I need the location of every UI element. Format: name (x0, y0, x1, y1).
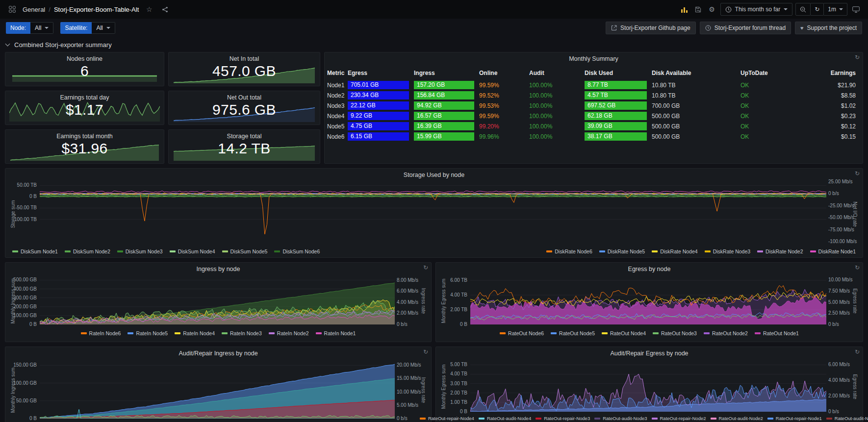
chart-canvas[interactable] (40, 362, 395, 419)
legend-item[interactable]: DiskSum Node1 (12, 248, 58, 254)
legend-item[interactable]: RateOut-audit-Node2 (711, 416, 763, 421)
favorite-star-icon[interactable]: ☆ (144, 4, 154, 15)
column-header[interactable]: Ingress (414, 70, 479, 76)
legend-item[interactable]: DiskRate Node2 (757, 248, 803, 254)
chevron-down-icon (5, 42, 10, 47)
legend-item[interactable]: DiskSum Node5 (222, 248, 268, 254)
cell-disk-used: 697.52 GB (585, 101, 652, 110)
legend-item[interactable]: RateOut Node5 (551, 330, 595, 336)
dashboard-title[interactable]: Storj-Exporter-Boom-Table-Alt (54, 6, 139, 13)
panel-title[interactable]: Ingress by node (20, 266, 416, 273)
panel-refresh-icon[interactable]: ↻ (423, 348, 428, 355)
column-header[interactable]: Disk Available (652, 70, 740, 76)
legend-item[interactable]: RateOut Node4 (602, 330, 646, 336)
panel-title[interactable]: Audit/Repair Egress by node (451, 350, 848, 357)
dashboards-grid-icon[interactable] (7, 4, 18, 15)
breadcrumb-folder[interactable]: General (23, 6, 45, 13)
panel-refresh-icon[interactable]: ↻ (423, 264, 428, 271)
panel-refresh-icon[interactable]: ↻ (855, 170, 860, 177)
legend-item[interactable]: RateOut-audit-Node3 (594, 416, 647, 421)
legend-item[interactable]: RateOut Node3 (653, 330, 697, 336)
cell-disk-used: 62.18 GB (585, 112, 652, 120)
legend-item[interactable]: DiskRate Node4 (652, 248, 697, 254)
legend-item[interactable]: RateOut Node1 (755, 330, 799, 336)
legend-item[interactable]: RateIn Node6 (81, 330, 121, 336)
audit-egress-chart[interactable]: 5.00 TB4.00 TB3.00 TB2.00 TB1.00 TB0 BMo… (440, 362, 859, 412)
legend-item[interactable]: RateIn Node4 (175, 330, 215, 336)
panel-title[interactable]: Nodes online (20, 55, 149, 62)
variable-node-value[interactable]: All (30, 22, 53, 34)
panel-title[interactable]: Net In total (183, 55, 305, 62)
legend-item[interactable]: RateOut-repair-Node3 (536, 416, 590, 421)
chart-canvas[interactable] (470, 362, 826, 412)
legend-item[interactable]: RateOut-repair-Node4 (420, 416, 474, 421)
legend-item[interactable]: DiskRate Node1 (810, 248, 856, 254)
panel-title[interactable]: Net Out total (183, 94, 305, 101)
chart-legend: DiskSum Node1DiskSum Node2DiskSum Node3D… (12, 248, 856, 254)
legend-swatch (269, 332, 275, 334)
panel-title[interactable]: Earnings total month (20, 133, 149, 140)
legend-item[interactable]: RateIn Node5 (128, 330, 168, 336)
panel-refresh-icon[interactable]: ↻ (855, 264, 860, 271)
refresh-interval-picker[interactable]: 1m (823, 3, 847, 16)
legend-item[interactable]: DiskSum Node6 (274, 248, 320, 254)
audit-ingress-chart[interactable]: 150.00 GB100.00 GB50.00 GB0 BMonthly Ing… (9, 362, 427, 419)
panel-refresh-icon[interactable]: ↻ (855, 348, 860, 355)
ingress-chart[interactable]: 500.00 GB400.00 GB300.00 GB200.00 GB100.… (9, 277, 427, 324)
column-header[interactable]: Metric (327, 70, 348, 76)
panel-title[interactable]: Storage Used by node (20, 172, 848, 178)
column-header[interactable]: UpToDate (740, 70, 807, 76)
legend-item[interactable]: RateIn Node3 (222, 330, 262, 336)
legend-item[interactable]: DiskSum Node2 (65, 248, 110, 254)
storage-used-chart[interactable]: 50.00 TB0 B-50.00 TB-100.00 TBStorage su… (9, 181, 859, 247)
kiosk-monitor-icon[interactable] (850, 4, 861, 15)
settings-gear-icon[interactable]: ⚙ (707, 4, 717, 15)
refresh-button[interactable]: ↻ (810, 3, 824, 16)
row-header-combined-summary[interactable]: Combined Storj-exporter summary (4, 39, 112, 50)
legend-item[interactable]: RateIn Node2 (269, 330, 309, 336)
legend-item[interactable]: DiskRate Node3 (705, 248, 750, 254)
legend-item[interactable]: RateOut-audit-Node1 (826, 416, 868, 421)
panel-title[interactable]: Audit/Repair Ingress by node (20, 350, 416, 357)
legend-item[interactable]: RateOut Node6 (500, 330, 544, 336)
add-panel-icon[interactable] (679, 4, 690, 15)
zoom-out-button[interactable] (795, 3, 811, 16)
link-forum-thread[interactable]: Storj-Exporter forum thread (700, 22, 791, 34)
legend-item[interactable]: DiskRate Node5 (599, 248, 645, 254)
legend-group: RateOut Node6RateOut Node5RateOut Node4R… (500, 330, 799, 336)
chart-canvas[interactable] (40, 277, 395, 324)
time-range-picker[interactable]: This month so far (720, 3, 793, 16)
legend-swatch (652, 418, 658, 420)
legend-item[interactable]: RateOut-repair-Node1 (767, 416, 822, 421)
legend-item[interactable]: RateOut-audit-Node4 (479, 416, 531, 421)
egress-chart[interactable]: 6.00 TB4.00 TB2.00 TB0 BMonthly Egress s… (440, 277, 859, 324)
column-header[interactable]: Audit (529, 70, 585, 76)
column-header[interactable]: Online (479, 70, 529, 76)
panel-title[interactable]: Storage total (183, 133, 305, 140)
panel-refresh-icon[interactable]: ↻ (855, 54, 860, 61)
column-header[interactable]: Egress (348, 70, 414, 76)
legend-item[interactable]: RateOut Node2 (704, 330, 748, 336)
legend-label: RateOut-audit-Node4 (487, 416, 531, 421)
panel-title[interactable]: Monthly Summary (339, 55, 848, 62)
legend-item[interactable]: DiskRate Node6 (546, 248, 592, 254)
variable-satellite-value[interactable]: All (92, 22, 115, 34)
chart-canvas[interactable] (470, 277, 826, 324)
legend-label: DiskRate Node2 (766, 248, 803, 254)
legend-swatch (536, 418, 541, 420)
panel-storage-used-by-node: Storage Used by node ↻ 50.00 TB0 B-50.00… (5, 168, 863, 258)
column-header[interactable]: Disk Used (585, 70, 652, 76)
save-dashboard-icon[interactable] (693, 4, 704, 15)
cell-disk-used: 38.17 GB (585, 132, 652, 141)
link-support-project[interactable]: ♥ Support the project (795, 22, 862, 34)
legend-item[interactable]: DiskSum Node3 (117, 248, 163, 254)
column-header[interactable]: Earnings (807, 70, 858, 76)
panel-title[interactable]: Egress by node (451, 266, 848, 273)
chart-canvas[interactable] (40, 181, 826, 247)
legend-label: RateIn Node6 (89, 330, 121, 336)
share-icon[interactable] (159, 4, 170, 15)
link-github-page[interactable]: Storj-Exporter Github page (606, 22, 696, 34)
legend-item[interactable]: RateOut-repair-Node2 (652, 416, 706, 421)
legend-item[interactable]: RateIn Node1 (316, 330, 356, 336)
legend-item[interactable]: DiskSum Node4 (170, 248, 215, 254)
